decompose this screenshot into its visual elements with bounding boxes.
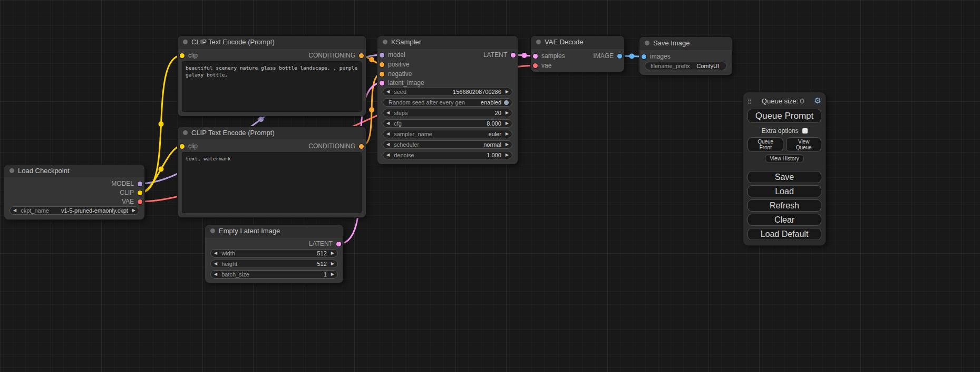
input-dot-model[interactable] [380,53,384,58]
widget-scheduler[interactable]: ◀ scheduler normal ▶ [383,140,512,149]
increment-arrow-icon[interactable]: ▶ [506,111,509,115]
increment-arrow-icon[interactable]: ▶ [506,142,509,147]
node-graph-canvas[interactable]: Load Checkpoint MODEL CLIP VAE ◀ ckpt_na… [0,0,980,372]
widget-value: 1.000 [487,152,501,158]
widget-value: 1 [324,271,327,278]
output-dot-vae[interactable] [138,199,142,204]
output-dot-image[interactable] [617,54,622,59]
menu-panel: ⣿ Queue size: 0 ⚙ Queue Prompt Extra opt… [743,92,826,245]
decrement-arrow-icon[interactable]: ◀ [386,132,390,136]
widget-height[interactable]: ◀ height 512 ▶ [210,260,338,268]
widget-label: cfg [394,120,402,127]
toggle-knob[interactable] [504,100,509,105]
collapse-dot-icon[interactable] [9,168,14,173]
node-clip-text-encode-negative[interactable]: CLIP Text Encode (Prompt) clip CONDITION… [178,127,366,217]
increment-arrow-icon[interactable]: ▶ [506,121,509,126]
node-title-bar[interactable]: CLIP Text Encode (Prompt) [178,127,366,139]
input-label-clip: clip [188,52,198,59]
widget-random-seed-toggle[interactable]: Random seed after every gen enabled [383,98,512,107]
widget-filename-prefix[interactable]: filename_prefix ComfyUI [645,62,727,70]
output-dot-conditioning[interactable] [359,53,364,58]
node-load-checkpoint[interactable]: Load Checkpoint MODEL CLIP VAE ◀ ckpt_na… [4,165,144,220]
decrement-arrow-icon[interactable]: ◀ [13,208,16,213]
queue-front-button[interactable]: Queue Front [748,137,783,152]
widget-cfg[interactable]: ◀ cfg 8.000 ▶ [383,119,512,128]
increment-arrow-icon[interactable]: ▶ [506,132,509,136]
settings-gear-icon[interactable]: ⚙ [814,96,821,106]
input-dot-clip[interactable] [180,144,185,149]
collapse-dot-icon[interactable] [183,40,188,44]
view-history-button[interactable]: View History [765,154,803,163]
widget-sampler-name[interactable]: ◀ sampler_name euler ▶ [383,130,512,138]
load-default-button[interactable]: Load Default [748,228,821,240]
widget-steps[interactable]: ◀ steps 20 ▶ [383,109,512,117]
node-title-bar[interactable]: KSampler [377,36,518,49]
increment-arrow-icon[interactable]: ▶ [506,90,509,94]
extra-options-label: Extra options [761,127,798,135]
widget-width[interactable]: ◀ width 512 ▶ [210,249,338,257]
node-title-bar[interactable]: Save Image [639,37,732,50]
node-empty-latent-image[interactable]: Empty Latent Image LATENT ◀ width 512 ▶ … [205,225,343,283]
node-clip-text-encode-positive[interactable]: CLIP Text Encode (Prompt) clip CONDITION… [178,36,366,116]
node-save-image[interactable]: Save Image images filename_prefix ComfyU… [639,37,732,75]
input-dot-negative[interactable] [380,72,384,77]
collapse-dot-icon[interactable] [183,130,188,135]
input-label-vae: vae [541,62,551,69]
node-title-bar[interactable]: Load Checkpoint [4,165,144,177]
node-ksampler[interactable]: KSampler model LATENT positive negative [377,36,518,164]
collapse-dot-icon[interactable] [536,40,541,44]
node-title-bar[interactable]: VAE Decode [531,36,624,49]
input-dot-latent-image[interactable] [380,81,384,85]
clear-button[interactable]: Clear [748,214,821,226]
load-button[interactable]: Load [748,185,821,197]
increment-arrow-icon[interactable]: ▶ [331,262,334,266]
widget-label: sampler_name [394,131,432,137]
queue-prompt-button[interactable]: Queue Prompt [748,109,821,123]
input-dot-vae[interactable] [533,63,538,68]
positive-prompt-textarea[interactable]: beautiful scenery nature glass bottle la… [182,61,362,112]
input-dot-clip[interactable] [180,53,185,58]
link-midpoint-dot [629,54,635,59]
input-dot-samples[interactable] [533,54,538,59]
save-button[interactable]: Save [748,171,821,183]
output-dot-model[interactable] [138,182,142,186]
decrement-arrow-icon[interactable]: ◀ [214,262,217,266]
decrement-arrow-icon[interactable]: ◀ [214,272,217,276]
output-label-latent: LATENT [309,240,333,247]
decrement-arrow-icon[interactable]: ◀ [214,251,217,255]
widget-denoise[interactable]: ◀ denoise 1.000 ▶ [383,151,512,159]
drag-handle-icon[interactable]: ⣿ [748,98,751,104]
widget-ckpt-name[interactable]: ◀ ckpt_name v1-5-pruned-emaonly.ckpt ▶ [9,206,139,215]
increment-arrow-icon[interactable]: ▶ [132,208,135,213]
output-dot-latent[interactable] [336,242,341,246]
decrement-arrow-icon[interactable]: ◀ [386,153,390,157]
refresh-button[interactable]: Refresh [748,199,821,212]
widget-label: Random seed after every gen [389,99,465,106]
decrement-arrow-icon[interactable]: ◀ [386,111,390,115]
widget-batch-size[interactable]: ◀ batch_size 1 ▶ [210,270,338,279]
view-queue-button[interactable]: View Queue [786,137,821,152]
increment-arrow-icon[interactable]: ▶ [506,153,509,157]
decrement-arrow-icon[interactable]: ◀ [386,90,390,94]
input-dot-positive[interactable] [380,62,384,67]
input-dot-images[interactable] [642,54,646,59]
node-vae-decode[interactable]: VAE Decode samples IMAGE vae [531,36,624,72]
output-dot-conditioning[interactable] [359,144,364,149]
extra-options-checkbox[interactable] [802,128,808,133]
output-dot-latent[interactable] [511,53,516,58]
widget-label: height [221,261,237,267]
node-title-bar[interactable]: Empty Latent Image [205,225,343,237]
collapse-dot-icon[interactable] [383,40,387,44]
collapse-dot-icon[interactable] [645,41,649,45]
widget-seed[interactable]: ◀ seed 156680208700286 ▶ [383,88,512,96]
node-title-bar[interactable]: CLIP Text Encode (Prompt) [178,36,366,49]
increment-arrow-icon[interactable]: ▶ [331,272,334,276]
decrement-arrow-icon[interactable]: ◀ [386,121,390,126]
collapse-dot-icon[interactable] [210,228,215,233]
negative-prompt-textarea[interactable]: text, watermark [182,152,362,213]
decrement-arrow-icon[interactable]: ◀ [386,142,390,147]
output-dot-clip[interactable] [138,190,142,195]
widget-value: 512 [317,250,326,256]
link-midpoint-dot [522,53,527,58]
increment-arrow-icon[interactable]: ▶ [331,251,334,255]
